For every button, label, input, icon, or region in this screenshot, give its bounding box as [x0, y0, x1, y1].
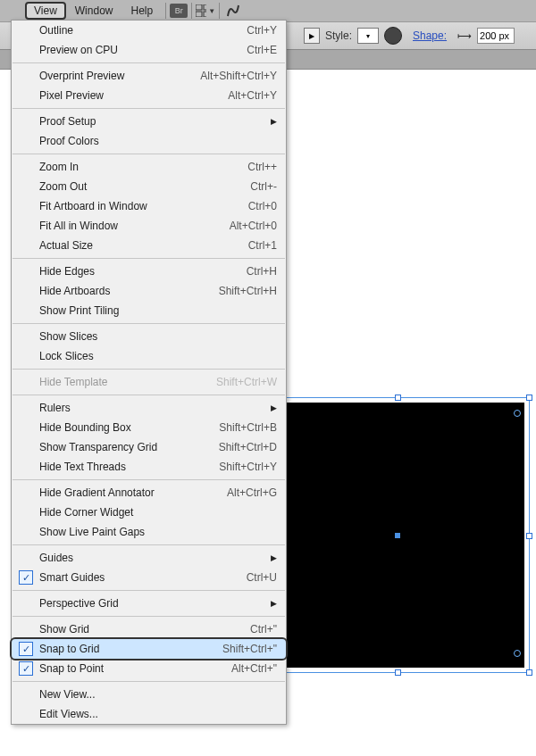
menu-view[interactable]: View — [25, 2, 66, 20]
menu-item-preview-on-cpu[interactable]: Preview on CPUCtrl+E — [12, 40, 286, 60]
menu-item-shortcut: Alt+Shift+Ctrl+Y — [200, 70, 277, 82]
menu-item-guides[interactable]: Guides▶ — [12, 548, 286, 568]
menu-item-proof-colors[interactable]: Proof Colors — [12, 131, 286, 151]
style-label: Style: — [325, 29, 352, 42]
width-input[interactable] — [477, 28, 515, 44]
selection-bounds — [265, 397, 530, 673]
menu-item-hide-artboards[interactable]: Hide ArtboardsShift+Ctrl+H — [12, 281, 286, 301]
menu-item-hide-template: Hide TemplateShift+Ctrl+W — [12, 372, 286, 392]
menu-help[interactable]: Help — [121, 2, 162, 20]
menu-item-shortcut: Alt+Ctrl+" — [231, 662, 277, 675]
menu-item-fit-artboard-in-window[interactable]: Fit Artboard in WindowCtrl+0 — [12, 196, 286, 216]
menu-item-shortcut: Alt+Ctrl+Y — [228, 89, 277, 102]
recolor-icon[interactable] — [384, 27, 402, 45]
menu-item-zoom-out[interactable]: Zoom OutCtrl+- — [12, 177, 286, 196]
menu-divider — [13, 544, 285, 545]
menu-item-label: Show Slices — [39, 330, 277, 343]
menu-item-label: Snap to Grid — [39, 643, 215, 655]
menu-divider — [13, 258, 285, 259]
menu-item-outline[interactable]: OutlineCtrl+Y — [12, 21, 286, 40]
menu-divider — [13, 369, 285, 370]
menu-item-shortcut: Shift+Ctrl+" — [222, 643, 277, 655]
menu-item-overprint-preview[interactable]: Overprint PreviewAlt+Shift+Ctrl+Y — [12, 66, 286, 86]
menu-item-rulers[interactable]: Rulers▶ — [12, 398, 286, 418]
resize-handle-br[interactable] — [526, 669, 532, 676]
menu-item-label: Show Live Paint Gaps — [39, 526, 277, 538]
menu-item-shortcut: Ctrl++ — [247, 161, 277, 173]
menu-item-label: Hide Gradient Annotator — [39, 486, 220, 499]
menu-item-shortcut: Shift+Ctrl+H — [219, 285, 277, 297]
menu-item-label: Preview on CPU — [39, 44, 239, 56]
menu-item-label: Fit All in Window — [39, 220, 222, 232]
submenu-arrow-icon: ▶ — [271, 403, 277, 412]
menu-item-show-grid[interactable]: Show GridCtrl+" — [12, 619, 286, 639]
menu-divider — [13, 616, 285, 617]
menu-item-label: Show Transparency Grid — [39, 441, 212, 453]
shape-link[interactable]: Shape: — [413, 29, 447, 42]
menu-item-perspective-grid[interactable]: Perspective Grid▶ — [12, 594, 286, 613]
menu-item-label: Perspective Grid — [39, 597, 271, 610]
graphic-style-play-icon[interactable]: ▶ — [304, 28, 320, 44]
menu-item-label: Hide Corner Widget — [39, 506, 277, 519]
resize-handle-mr[interactable] — [526, 533, 532, 539]
menu-item-shortcut: Shift+Ctrl+W — [216, 376, 277, 388]
menu-item-actual-size[interactable]: Actual SizeCtrl+1 — [12, 236, 286, 255]
menu-item-shortcut: Ctrl+0 — [248, 200, 277, 212]
menu-item-label: Proof Setup — [39, 115, 271, 128]
menu-item-shortcut: Shift+Ctrl+D — [219, 441, 277, 453]
menu-divider — [13, 479, 285, 480]
submenu-arrow-icon: ▶ — [271, 553, 277, 562]
menu-item-hide-edges[interactable]: Hide EdgesCtrl+H — [12, 262, 286, 281]
menu-item-shortcut: Ctrl+Y — [247, 24, 277, 37]
menu-item-shortcut: Ctrl+1 — [248, 239, 277, 252]
gpu-preview-icon[interactable] — [223, 3, 243, 19]
menubar-separator — [165, 3, 166, 19]
menu-item-proof-setup[interactable]: Proof Setup▶ — [12, 112, 286, 131]
menu-item-snap-to-point[interactable]: ✓Snap to PointAlt+Ctrl+" — [12, 659, 286, 678]
menu-item-edit-views[interactable]: Edit Views... — [12, 704, 286, 724]
menu-item-snap-to-grid[interactable]: ✓Snap to GridShift+Ctrl+" — [12, 639, 286, 659]
menu-item-label: Hide Edges — [39, 265, 239, 278]
menu-item-show-transparency-grid[interactable]: Show Transparency GridShift+Ctrl+D — [12, 437, 286, 457]
menu-item-shortcut: Alt+Ctrl+0 — [230, 220, 277, 232]
corner-widget-icon[interactable] — [514, 650, 521, 657]
check-icon: ✓ — [19, 661, 33, 676]
menu-item-pixel-preview[interactable]: Pixel PreviewAlt+Ctrl+Y — [12, 86, 286, 105]
menu-item-new-view[interactable]: New View... — [12, 685, 286, 704]
check-icon: ✓ — [19, 642, 33, 656]
resize-handle-tm[interactable] — [395, 395, 401, 401]
menu-divider — [13, 395, 285, 395]
menu-item-smart-guides[interactable]: ✓Smart GuidesCtrl+U — [12, 568, 286, 587]
menu-item-show-print-tiling[interactable]: Show Print Tiling — [12, 301, 286, 320]
menu-item-label: Guides — [39, 552, 271, 564]
view-menu-dropdown: OutlineCtrl+YPreview on CPUCtrl+EOverpri… — [11, 20, 287, 725]
style-swatch[interactable]: ▾ — [357, 28, 379, 44]
menu-item-label: Lock Slices — [39, 350, 277, 362]
menu-item-label: Overprint Preview — [39, 70, 193, 82]
menu-item-label: Outline — [39, 24, 239, 37]
menu-item-label: Smart Guides — [39, 571, 239, 584]
menu-window[interactable]: Window — [66, 2, 122, 20]
bridge-icon[interactable]: Br — [170, 4, 188, 18]
selection-center[interactable] — [395, 533, 400, 538]
svg-rect-1 — [204, 4, 206, 10]
width-icon: ⟼ — [457, 30, 472, 42]
menu-divider — [13, 681, 285, 682]
menu-item-show-slices[interactable]: Show Slices — [12, 327, 286, 346]
menu-item-hide-corner-widget[interactable]: Hide Corner Widget — [12, 503, 286, 522]
corner-widget-icon[interactable] — [514, 410, 521, 417]
menu-item-show-live-paint-gaps[interactable]: Show Live Paint Gaps — [12, 522, 286, 542]
menu-item-hide-bounding-box[interactable]: Hide Bounding BoxShift+Ctrl+B — [12, 418, 286, 437]
menu-item-hide-text-threads[interactable]: Hide Text ThreadsShift+Ctrl+Y — [12, 457, 286, 477]
menu-item-hide-gradient-annotator[interactable]: Hide Gradient AnnotatorAlt+Ctrl+G — [12, 483, 286, 503]
menubar-separator — [191, 3, 192, 19]
svg-rect-3 — [204, 12, 206, 17]
menu-item-fit-all-in-window[interactable]: Fit All in WindowAlt+Ctrl+0 — [12, 216, 286, 236]
menu-item-zoom-in[interactable]: Zoom InCtrl++ — [12, 157, 286, 177]
arrange-documents-icon[interactable]: ▼ — [196, 3, 215, 19]
menu-item-shortcut: Shift+Ctrl+B — [219, 421, 277, 434]
menu-item-shortcut: Ctrl+- — [250, 180, 277, 193]
resize-handle-tr[interactable] — [526, 395, 532, 401]
menu-item-lock-slices[interactable]: Lock Slices — [12, 346, 286, 366]
resize-handle-bm[interactable] — [395, 669, 401, 676]
